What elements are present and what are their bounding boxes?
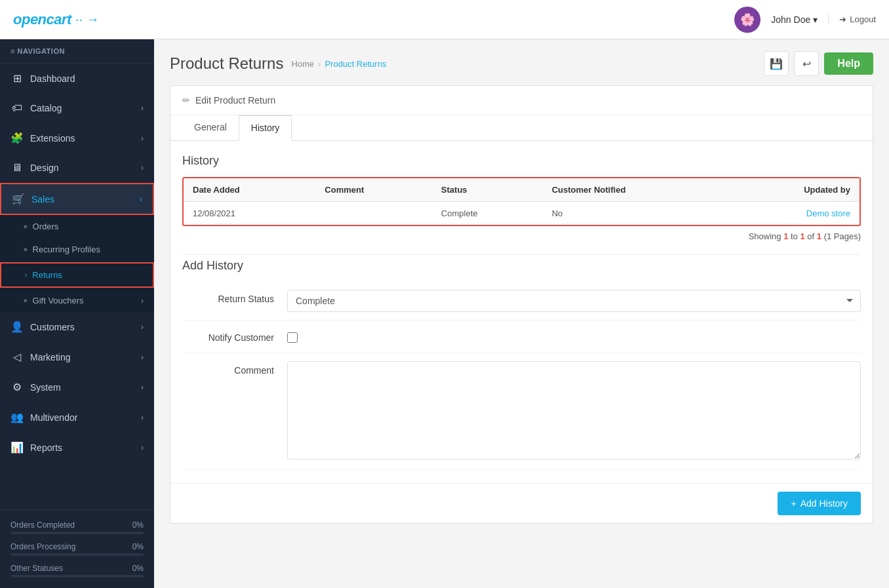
sidebar-item-recurring[interactable]: » Recurring Profiles <box>0 238 154 261</box>
reports-icon: 📊 <box>10 441 24 454</box>
chevron-right-icon: › <box>141 296 144 305</box>
page-title-area: Product Returns Home › Product Returns <box>170 54 386 73</box>
sidebar-item-sales[interactable]: 🛒 Sales › <box>0 183 154 215</box>
return-status-select[interactable]: Awaiting Products Complete Pending Proce… <box>287 290 861 312</box>
dashboard-icon: ⊞ <box>10 72 24 85</box>
add-history-title: Add History <box>182 254 861 273</box>
nav-header: ≡ NAVIGATION <box>0 39 154 64</box>
sidebar-item-label: Sales <box>31 194 54 205</box>
chevron-right-icon: › <box>141 383 144 392</box>
history-section-title: History <box>182 154 861 168</box>
sidebar-item-label: Dashboard <box>30 73 75 84</box>
cell-date-added: 12/08/2021 <box>184 202 315 225</box>
sidebar-item-label: Marketing <box>30 352 70 363</box>
page-header: Product Returns Home › Product Returns 💾… <box>154 39 889 85</box>
form-group-return-status: Return Status Awaiting Products Complete… <box>182 282 861 321</box>
tab-history[interactable]: History <box>239 115 292 141</box>
card-header: ✏ Edit Product Return <box>170 86 873 115</box>
sidebar-item-design[interactable]: 🖥 Design › <box>0 153 154 183</box>
sidebar-item-marketing[interactable]: ◁ Marketing › <box>0 342 154 372</box>
sidebar-item-gift-vouchers[interactable]: » Gift Vouchers › <box>0 289 154 312</box>
chevron-right-icon: › <box>141 323 144 332</box>
topbar: opencart ·· → 🌸 John Doe ▾ ➜ Logout <box>0 0 889 39</box>
breadcrumb-separator: › <box>318 59 321 69</box>
sidebar-item-label: Customers <box>30 322 75 332</box>
return-status-control: Awaiting Products Complete Pending Proce… <box>287 290 861 312</box>
user-name[interactable]: John Doe ▾ <box>771 14 818 25</box>
tab-general[interactable]: General <box>182 115 239 141</box>
cell-updated-by: Demo store <box>729 202 859 225</box>
comment-textarea[interactable] <box>287 361 861 460</box>
logo: opencart ·· → <box>13 11 100 28</box>
sidebar-item-label: Reports <box>30 442 62 453</box>
history-table-wrapper: Date Added Comment Status Customer Notif… <box>182 177 861 226</box>
stat-orders-completed: Orders Completed 0% <box>0 517 154 538</box>
design-icon: 🖥 <box>10 162 24 174</box>
sidebar-item-label: Catalog <box>30 103 62 113</box>
chevron-right-icon: › <box>141 104 144 113</box>
stat-other-statuses: Other Statuses 0% <box>0 560 154 581</box>
main-layout: ≡ NAVIGATION ⊞ Dashboard 🏷 Catalog › 🧩 E… <box>0 39 889 588</box>
multivendor-icon: 👥 <box>10 411 24 423</box>
chevron-right-icon: › <box>141 443 144 452</box>
chevron-right-icon: › <box>141 163 144 172</box>
breadcrumb-home[interactable]: Home <box>291 59 314 69</box>
sidebar-item-extensions[interactable]: 🧩 Extensions › <box>0 123 154 153</box>
save-button[interactable]: 💾 <box>764 51 789 76</box>
chevron-right-icon: › <box>141 413 144 422</box>
page-actions: 💾 ↩ Help <box>764 51 873 76</box>
logout-button[interactable]: ➜ Logout <box>828 14 876 24</box>
comment-control <box>287 361 861 461</box>
chevron-right-icon: › <box>141 353 144 362</box>
breadcrumb: Home › Product Returns <box>291 59 386 69</box>
cell-comment <box>315 202 432 225</box>
sidebar-item-dashboard[interactable]: ⊞ Dashboard <box>0 64 154 94</box>
notify-customer-label: Notify Customer <box>182 328 287 343</box>
sidebar-item-multivendor[interactable]: 👥 Multivendor › <box>0 402 154 433</box>
sales-subnav: » Orders » Recurring Profiles › Returns … <box>0 215 154 312</box>
comment-label: Comment <box>182 361 287 376</box>
col-comment: Comment <box>315 178 432 202</box>
system-icon: ⚙ <box>10 381 24 393</box>
form-group-comment: Comment <box>182 353 861 470</box>
breadcrumb-current: Product Returns <box>325 59 386 69</box>
sidebar-item-orders[interactable]: » Orders <box>0 215 154 238</box>
sidebar-item-returns[interactable]: › Returns <box>0 262 154 288</box>
col-status: Status <box>432 178 543 202</box>
pagination-info: Showing 1 to 1 of 1 (1 Pages) <box>182 231 861 241</box>
sidebar-item-label: Extensions <box>30 133 75 144</box>
sidebar: ≡ NAVIGATION ⊞ Dashboard 🏷 Catalog › 🧩 E… <box>0 39 154 588</box>
tabs-container: General History <box>170 115 873 141</box>
cell-status: Complete <box>432 202 543 225</box>
extensions-icon: 🧩 <box>10 132 24 144</box>
stat-orders-processing: Orders Processing 0% <box>0 538 154 560</box>
table-header-row: Date Added Comment Status Customer Notif… <box>184 178 859 202</box>
page-title: Product Returns <box>170 54 283 73</box>
sub-arrow-icon: » <box>24 246 28 253</box>
notify-customer-control <box>287 328 861 345</box>
sidebar-item-catalog[interactable]: 🏷 Catalog › <box>0 94 154 123</box>
notify-customer-checkbox[interactable] <box>287 332 298 343</box>
topbar-right: 🌸 John Doe ▾ ➜ Logout <box>734 7 876 33</box>
marketing-icon: ◁ <box>10 351 24 363</box>
table-row: 12/08/2021 Complete No Demo store <box>184 202 859 225</box>
col-customer-notified: Customer Notified <box>543 178 729 202</box>
form-group-notify: Notify Customer <box>182 321 861 353</box>
sidebar-item-label: Design <box>30 163 59 173</box>
sidebar-stats: Orders Completed 0% Orders Processing 0%… <box>0 509 154 588</box>
sidebar-item-customers[interactable]: 👤 Customers › <box>0 312 154 342</box>
help-button[interactable]: Help <box>824 52 873 75</box>
card-header-title: Edit Product Return <box>195 95 275 106</box>
sidebar-item-reports[interactable]: 📊 Reports › <box>0 433 154 463</box>
back-button[interactable]: ↩ <box>794 51 819 76</box>
cell-customer-notified: No <box>543 202 729 225</box>
card-footer: + Add History <box>170 483 873 523</box>
sidebar-item-system[interactable]: ⚙ System › <box>0 372 154 402</box>
col-updated-by: Updated by <box>729 178 859 202</box>
card-body: History Date Added Comment Status Custom… <box>170 141 873 483</box>
main-card: ✏ Edit Product Return General History Hi… <box>170 85 873 524</box>
edit-icon: ✏ <box>182 95 190 106</box>
catalog-icon: 🏷 <box>10 102 24 114</box>
add-history-button[interactable]: + Add History <box>778 492 861 515</box>
content-area: Product Returns Home › Product Returns 💾… <box>154 39 889 588</box>
